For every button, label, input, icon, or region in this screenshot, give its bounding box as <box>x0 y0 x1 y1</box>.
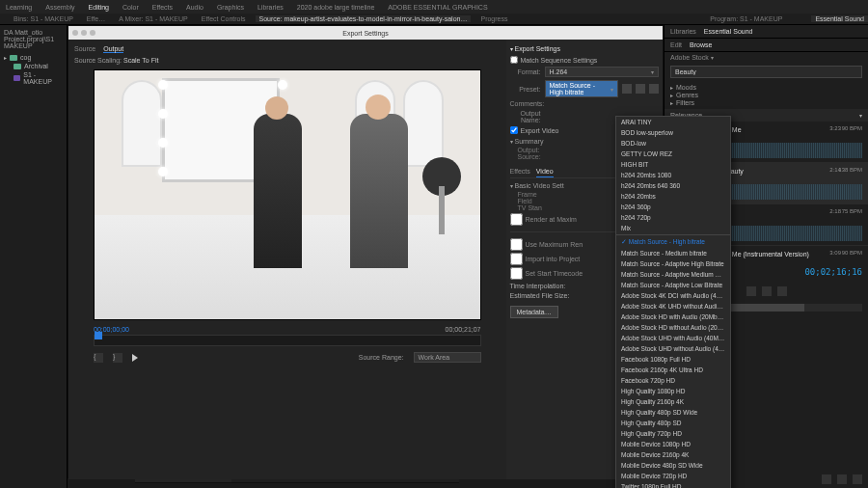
tab-effect[interactable]: Effe… <box>83 15 109 22</box>
source-range-dropdown[interactable]: Work Area <box>414 352 481 363</box>
tab-effectcontrols[interactable]: Effect Controls <box>198 15 250 22</box>
search-input[interactable] <box>670 66 862 78</box>
preset-option[interactable]: High Quality 1080p HD <box>616 386 730 396</box>
preset-option[interactable]: Facebook 720p HD <box>616 375 730 386</box>
play-button-right[interactable] <box>762 286 772 296</box>
tab-source-preview[interactable]: Source <box>74 45 95 53</box>
window-max-icon[interactable] <box>90 30 95 36</box>
adobe-stock-label[interactable]: Adobe Stock <box>670 54 709 61</box>
preset-option[interactable]: High Quality 480p SD <box>616 418 730 428</box>
preset-option[interactable]: Mobile Device 2160p 4K <box>616 449 730 460</box>
project-item[interactable]: ▸cog <box>4 53 63 62</box>
start-tc-checkbox[interactable] <box>510 267 523 280</box>
video-tab[interactable]: Video <box>536 166 554 177</box>
window-min-icon[interactable] <box>81 30 87 36</box>
dialog-titlebar[interactable]: Export Settings <box>68 26 663 40</box>
subtab-edit[interactable]: Edit <box>670 41 682 48</box>
tab-essentialsound[interactable]: Essential Sound <box>811 15 868 22</box>
next-button[interactable] <box>777 286 787 296</box>
preset-option-selected[interactable]: Match Source - High bitrate <box>616 236 730 248</box>
preset-option[interactable]: Mobile Device 720p HD <box>616 471 730 481</box>
ws-learning[interactable]: Learning <box>6 4 32 11</box>
import-preset-icon[interactable] <box>636 84 645 94</box>
preset-dropdown-button[interactable]: Match Source - High bitrate <box>545 80 618 97</box>
tab-mixer[interactable]: A Mixer: S1 - MAKEUP <box>115 15 192 22</box>
preset-option[interactable]: Adobe Stock 4K UHD without Audio (40Mbps… <box>616 301 730 312</box>
tab-libraries[interactable]: Libraries <box>670 28 696 35</box>
preview-scrubber[interactable] <box>94 335 481 346</box>
download-icon[interactable] <box>822 474 831 484</box>
preset-option[interactable]: Adobe Stock HD with Audio (20Mbps) <box>616 312 730 322</box>
ws-assembly[interactable]: Assembly <box>45 4 74 11</box>
tab-output-preview[interactable]: Output <box>103 45 123 53</box>
effects-tab[interactable]: Effects <box>510 166 530 177</box>
use-max-render-checkbox[interactable] <box>510 238 523 251</box>
preset-option[interactable]: h264 20mbs 1080 <box>616 170 730 180</box>
tab-bin[interactable]: Bins: S1 - MAKEUP <box>10 15 77 22</box>
filter-moods[interactable]: ▸Moods <box>670 84 862 91</box>
format-dropdown[interactable]: H.264 <box>545 67 659 77</box>
trash-icon[interactable] <box>853 474 862 484</box>
prev-button[interactable] <box>746 286 756 296</box>
preset-option[interactable]: Match Source - Adaptive High Bitrate <box>616 258 730 269</box>
preset-option[interactable]: Adobe Stock HD without Audio (20Mbps) <box>616 322 730 333</box>
preset-option[interactable]: Adobe Stock UHD with Audio (40Mbps) <box>616 333 730 343</box>
ws-editing[interactable]: Editing <box>89 4 109 11</box>
preset-option[interactable]: Match Source - Adaptive Medium Bitrate <box>616 269 730 280</box>
preset-dropdown-menu[interactable]: ARAI TINYBOD low-superlowBOD-lowGETTY LO… <box>615 116 731 488</box>
preset-option[interactable]: High Quality 2160p 4K <box>616 396 730 407</box>
ws-graphics[interactable]: Graphics <box>217 4 244 11</box>
preset-option[interactable]: Facebook 2160p 4K Ultra HD <box>616 365 730 375</box>
preset-option[interactable]: Match Source - Adaptive Low Bitrate <box>616 280 730 290</box>
subtab-browse[interactable]: Browse <box>690 41 712 48</box>
source-scaling-dropdown[interactable]: Scale To Fit <box>123 57 158 64</box>
ws-effects[interactable]: Effects <box>152 4 173 11</box>
export-video-checkbox[interactable] <box>510 126 518 134</box>
preset-option[interactable]: Mobile Device 1080p HD <box>616 439 730 449</box>
filter-genres[interactable]: ▸Genres <box>670 92 862 98</box>
preset-option[interactable]: Adobe Stock 4K DCI with Audio (40Mbps) <box>616 290 730 301</box>
preset-option[interactable]: Mix <box>616 223 730 233</box>
preset-option[interactable]: HIGH BIT <box>616 159 730 170</box>
tab-program[interactable]: Program: S1 - MAKEUP <box>706 15 786 22</box>
preset-option[interactable]: h264 20mbs <box>616 191 730 202</box>
tab-progress[interactable]: Progress <box>476 15 511 22</box>
preset-option[interactable]: BOD low-superlow <box>616 127 730 138</box>
delete-preset-icon[interactable] <box>649 84 659 94</box>
mark-out-button[interactable]: } <box>113 353 122 363</box>
cart-icon[interactable] <box>837 474 847 484</box>
tab-essential-sound[interactable]: Essential Sound <box>704 28 753 35</box>
preset-option[interactable]: h264 720p <box>616 212 730 223</box>
metadata-button[interactable]: Metadata… <box>510 306 558 318</box>
ws-color[interactable]: Color <box>122 4 139 11</box>
preset-option[interactable]: BOD-low <box>616 138 730 149</box>
ws-audio[interactable]: Audio <box>186 4 203 11</box>
preset-option[interactable]: High Quality 480p SD Wide <box>616 407 730 418</box>
preset-option[interactable]: GETTY LOW REZ <box>616 149 730 159</box>
window-close-icon[interactable] <box>72 30 78 36</box>
preset-option[interactable]: Adobe Stock UHD without Audio (40Mbps) <box>616 343 730 354</box>
preset-option[interactable]: Mobile Device 480p SD Wide <box>616 460 730 471</box>
preset-option[interactable]: Twitter 1080p Full HD <box>616 481 730 488</box>
playhead-icon[interactable] <box>95 332 102 339</box>
video-preview[interactable] <box>94 69 481 320</box>
filter-filters[interactable]: ▸Filters <box>670 99 862 106</box>
preset-option[interactable]: h264 360p <box>616 202 730 212</box>
ws-custom1[interactable]: 2020 adobe large timeline <box>297 4 375 11</box>
play-button[interactable] <box>132 354 138 362</box>
preset-option[interactable]: High Quality 720p HD <box>616 428 730 439</box>
ws-custom2[interactable]: ADOBE ESSENTIAL GRAPHICS <box>388 4 487 11</box>
preset-option[interactable]: Facebook 1080p Full HD <box>616 354 730 365</box>
project-item[interactable]: S1 - MAKEUP <box>4 70 63 86</box>
preset-option[interactable]: h264 20mbs 640 360 <box>616 180 730 191</box>
save-preset-icon[interactable] <box>622 84 632 94</box>
out-timecode[interactable]: 00;00;21;07 <box>446 326 481 333</box>
mark-in-button[interactable]: { <box>94 353 103 363</box>
render-max-checkbox[interactable] <box>510 213 523 226</box>
preset-option[interactable]: Match Source - Medium bitrate <box>616 248 730 258</box>
tab-source[interactable]: Source: makeup-artist-evaluates-to-model… <box>256 15 472 22</box>
match-sequence-checkbox[interactable] <box>510 56 518 64</box>
import-project-checkbox[interactable] <box>510 253 523 265</box>
preset-option[interactable]: ARAI TINY <box>616 117 730 127</box>
project-item[interactable]: Archival <box>4 62 63 70</box>
